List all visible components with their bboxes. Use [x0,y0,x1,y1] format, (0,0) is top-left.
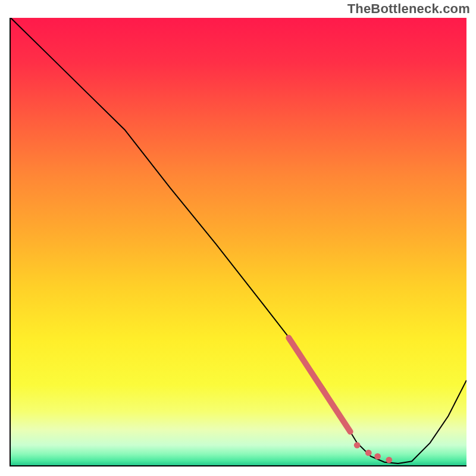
highlight-dot [354,442,361,449]
plot-frame [10,18,466,466]
chart-container: TheBottleneck.com [0,0,476,476]
chart-svg [11,18,466,465]
highlight-dot [374,453,381,460]
plot-inner [11,18,466,465]
highlight-dot [386,457,392,464]
watermark-text: TheBottleneck.com [347,1,470,17]
highlight-dot [365,450,372,456]
